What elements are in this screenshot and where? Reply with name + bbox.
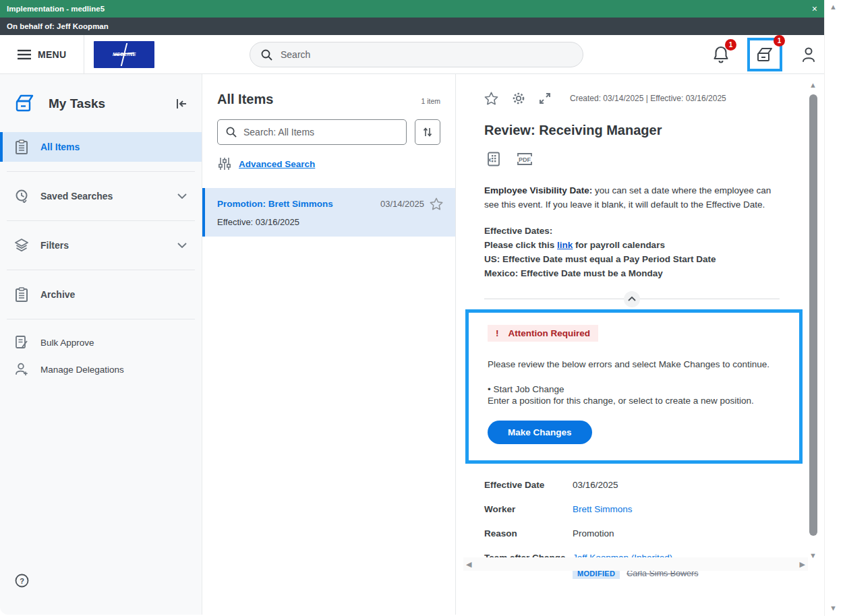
favorite-star-icon[interactable] — [484, 92, 498, 105]
sidebar-item-archive[interactable]: Archive — [0, 280, 202, 309]
scroll-left-icon[interactable]: ◀ — [466, 560, 471, 569]
visibility-note: Employee Visibility Date: you can set a … — [484, 184, 780, 212]
page-scroll-up-icon[interactable]: ▲ — [830, 3, 837, 11]
inbox-tray-icon — [755, 47, 774, 63]
attention-body: Please review the below errors and selec… — [488, 359, 780, 369]
field-row-effective-date: Effective Date 03/16/2025 — [484, 480, 824, 490]
task-list-item[interactable]: Promotion: Brett Simmons 03/14/2025 Effe… — [202, 188, 455, 237]
task-date: 03/14/2025 — [380, 199, 424, 209]
question-icon: ? — [15, 574, 29, 588]
sort-arrows-icon — [423, 127, 432, 137]
star-icon[interactable] — [430, 197, 443, 210]
payroll-calendars-link[interactable]: link — [557, 240, 573, 250]
vertical-scroll-thumb[interactable] — [809, 94, 817, 536]
advanced-search-link[interactable]: Advanced Search — [239, 159, 315, 169]
clipboard-icon — [15, 140, 28, 154]
sidebar-item-all-items[interactable]: All Items — [0, 132, 202, 162]
clipboard-icon — [15, 287, 28, 302]
us-rule-line: US: Effective Date must equal a Pay Peri… — [484, 253, 780, 267]
header-divider — [84, 35, 84, 74]
sort-button[interactable] — [415, 119, 440, 145]
task-title[interactable]: Promotion: Brett Simmons — [217, 199, 375, 209]
detail-horizontal-scrollbar[interactable]: ◀ ▶ — [463, 557, 808, 571]
notifications-button[interactable]: 1 — [711, 44, 731, 65]
global-search-placeholder: Search — [281, 49, 310, 60]
svg-text:PDF: PDF — [519, 156, 531, 163]
sidebar-item-saved-searches[interactable]: Saved Searches — [0, 181, 202, 211]
sidebar-item-label: Saved Searches — [40, 191, 165, 202]
sidebar-item-label: Archive — [40, 289, 187, 300]
field-label: Worker — [484, 504, 573, 514]
detail-title: Review: Receiving Manager — [457, 105, 824, 138]
help-button[interactable]: ? — [15, 574, 29, 588]
sidebar-item-label: All Items — [40, 142, 187, 152]
detail-vertical-scrollbar[interactable]: ▲ ▼ — [808, 81, 819, 559]
field-label: Effective Date — [484, 480, 573, 490]
menu-button[interactable]: MENU — [0, 35, 84, 73]
my-tasks-badge: 1 — [774, 35, 785, 47]
window-titlebar: Implementation - medline5 × — [0, 0, 824, 18]
export-excel-icon[interactable]: x — [486, 152, 500, 166]
svg-text:?: ? — [20, 577, 24, 585]
list-search-input[interactable]: Search: All Items — [217, 119, 407, 145]
sidebar-header: My Tasks — [0, 74, 202, 132]
collapse-section-button[interactable] — [624, 291, 640, 307]
document-edit-icon — [15, 336, 28, 349]
exclamation-icon: ! — [496, 328, 499, 338]
profile-button[interactable] — [798, 44, 819, 65]
sidebar-separator — [7, 319, 195, 319]
scroll-right-icon[interactable]: ▶ — [800, 560, 805, 569]
created-effective-meta: Created: 03/14/2025 | Effective: 03/16/2… — [570, 94, 726, 103]
gear-icon[interactable] — [512, 92, 525, 105]
page-scrollbar[interactable]: ▲ ▼ — [824, 0, 843, 616]
sidebar-title: My Tasks — [49, 96, 164, 111]
notifications-badge: 1 — [725, 39, 736, 51]
on-behalf-text: On behalf of: Jeff Koopman — [7, 22, 109, 30]
list-search-row: Search: All Items — [202, 113, 455, 145]
field-row-reason: Reason Promotion — [484, 528, 824, 538]
sidebar-item-filters[interactable]: Filters — [0, 230, 202, 260]
my-tasks-icon — [13, 93, 36, 115]
list-panel: All Items 1 item Search: All Items Advan… — [202, 74, 456, 615]
list-search-placeholder: Search: All Items — [243, 127, 314, 137]
detail-panel: Created: 03/14/2025 | Effective: 03/16/2… — [457, 74, 824, 615]
collapse-sidebar-icon[interactable] — [176, 99, 187, 109]
payroll-link-line: Please click this link for payroll calen… — [484, 239, 780, 253]
my-tasks-button[interactable]: 1 — [747, 38, 782, 71]
close-icon[interactable]: × — [812, 3, 817, 14]
clock-icon — [15, 189, 28, 203]
worker-link[interactable]: Brett Simmons — [573, 504, 633, 514]
chevron-down-icon — [177, 193, 187, 199]
field-label: Reason — [484, 528, 573, 538]
sidebar-item-label: Bulk Approve — [40, 338, 187, 348]
sidebar-separator — [7, 220, 195, 221]
expand-icon[interactable] — [539, 92, 551, 104]
global-search-input[interactable]: Search — [250, 42, 583, 67]
sidebar-item-bulk-approve[interactable]: Bulk Approve — [0, 329, 202, 356]
sidebar-item-manage-delegations[interactable]: Manage Delegations — [0, 356, 202, 383]
item-count: 1 item — [421, 97, 440, 105]
person-plus-icon — [15, 363, 28, 376]
medline-logo[interactable]: MEDLINE — [94, 41, 154, 68]
export-buttons: x PDF — [457, 138, 824, 166]
attention-badge: ! Attention Required — [488, 325, 598, 342]
sliders-icon — [219, 157, 231, 171]
effective-dates-header: Effective Dates: — [484, 224, 780, 239]
export-pdf-icon[interactable]: PDF — [517, 152, 533, 166]
visibility-note-label: Employee Visibility Date: — [484, 185, 592, 195]
mexico-rule-line: Mexico: Effective Date must be a Monday — [484, 267, 780, 281]
page-scroll-down-icon[interactable]: ▼ — [830, 604, 837, 612]
person-icon — [801, 47, 816, 63]
section-divider — [484, 299, 780, 299]
field-row-worker: Worker Brett Simmons — [484, 504, 824, 514]
scroll-up-icon[interactable]: ▲ — [809, 81, 817, 89]
attention-error-detail: Enter a position for this change, or sel… — [488, 396, 780, 406]
scroll-down-icon[interactable]: ▼ — [809, 551, 817, 559]
hamburger-icon — [18, 49, 31, 60]
chevron-down-icon — [177, 243, 187, 248]
sidebar-item-label: Manage Delegations — [40, 365, 187, 375]
sidebar-separator — [7, 171, 195, 172]
advanced-search-row: Advanced Search — [202, 145, 455, 180]
task-effective-date: Effective: 03/16/2025 — [217, 217, 443, 227]
make-changes-button[interactable]: Make Changes — [488, 421, 592, 444]
